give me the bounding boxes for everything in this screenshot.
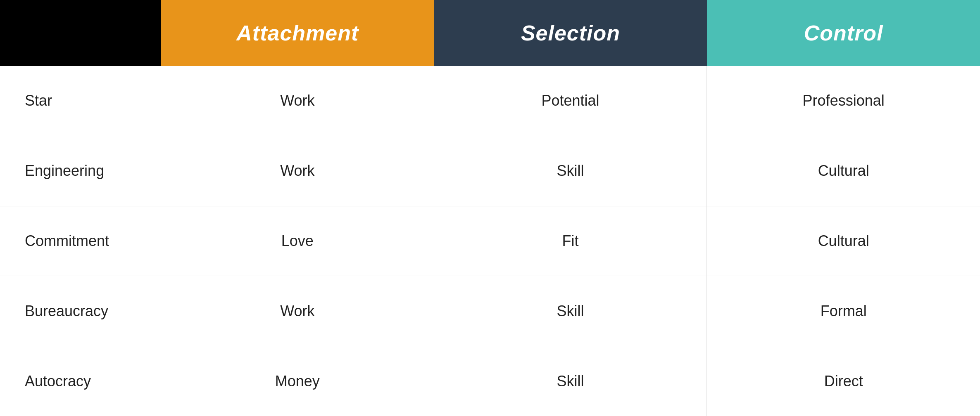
header-col1 xyxy=(0,0,161,66)
table-row: Autocracy Money Skill Direct xyxy=(0,346,980,416)
row-label-cell: Engineering xyxy=(0,136,161,206)
row-label: Commitment xyxy=(25,232,109,250)
row-label: Autocracy xyxy=(25,373,91,390)
attachment-cell: Money xyxy=(161,346,434,416)
header-row: Attachment Selection Control xyxy=(0,0,980,66)
control-header: Control xyxy=(804,21,883,45)
selection-cell: Skill xyxy=(434,346,707,416)
cell-text: Work xyxy=(280,303,314,320)
cell-text: Love xyxy=(281,232,314,250)
cell-text: Money xyxy=(275,373,320,390)
header-col4: Control xyxy=(707,0,980,66)
control-cell: Direct xyxy=(707,346,980,416)
cell-text: Formal xyxy=(821,303,867,320)
table-body: Star Work Potential Professional Enginee… xyxy=(0,66,980,416)
header-col3: Selection xyxy=(434,0,707,66)
cell-text: Work xyxy=(280,92,314,109)
cell-text: Professional xyxy=(803,92,885,109)
attachment-cell: Work xyxy=(161,136,434,206)
cell-text: Fit xyxy=(562,232,578,250)
control-cell: Professional xyxy=(707,66,980,136)
table-row: Commitment Love Fit Cultural xyxy=(0,206,980,277)
selection-cell: Fit xyxy=(434,206,707,276)
table-row: Bureaucracy Work Skill Formal xyxy=(0,276,980,346)
attachment-cell: Love xyxy=(161,206,434,276)
table-row: Star Work Potential Professional xyxy=(0,66,980,136)
row-label: Bureaucracy xyxy=(25,303,108,320)
control-cell: Cultural xyxy=(707,206,980,276)
cell-text: Skill xyxy=(557,303,584,320)
cell-text: Cultural xyxy=(818,232,869,250)
selection-cell: Skill xyxy=(434,136,707,206)
cell-text: Skill xyxy=(557,162,584,180)
selection-header: Selection xyxy=(521,21,620,45)
control-cell: Cultural xyxy=(707,136,980,206)
main-table: Attachment Selection Control Star Work P… xyxy=(0,0,980,416)
table-row: Engineering Work Skill Cultural xyxy=(0,136,980,206)
attachment-header: Attachment xyxy=(236,21,359,45)
row-label: Engineering xyxy=(25,162,104,180)
selection-cell: Skill xyxy=(434,276,707,346)
attachment-cell: Work xyxy=(161,276,434,346)
attachment-cell: Work xyxy=(161,66,434,136)
control-cell: Formal xyxy=(707,276,980,346)
row-label-cell: Autocracy xyxy=(0,346,161,416)
cell-text: Cultural xyxy=(818,162,869,180)
row-label-cell: Commitment xyxy=(0,206,161,276)
cell-text: Work xyxy=(280,162,314,180)
header-col2: Attachment xyxy=(161,0,434,66)
cell-text: Direct xyxy=(824,373,863,390)
row-label-cell: Bureaucracy xyxy=(0,276,161,346)
cell-text: Potential xyxy=(541,92,599,109)
cell-text: Skill xyxy=(557,373,584,390)
row-label: Star xyxy=(25,92,52,109)
row-label-cell: Star xyxy=(0,66,161,136)
selection-cell: Potential xyxy=(434,66,707,136)
